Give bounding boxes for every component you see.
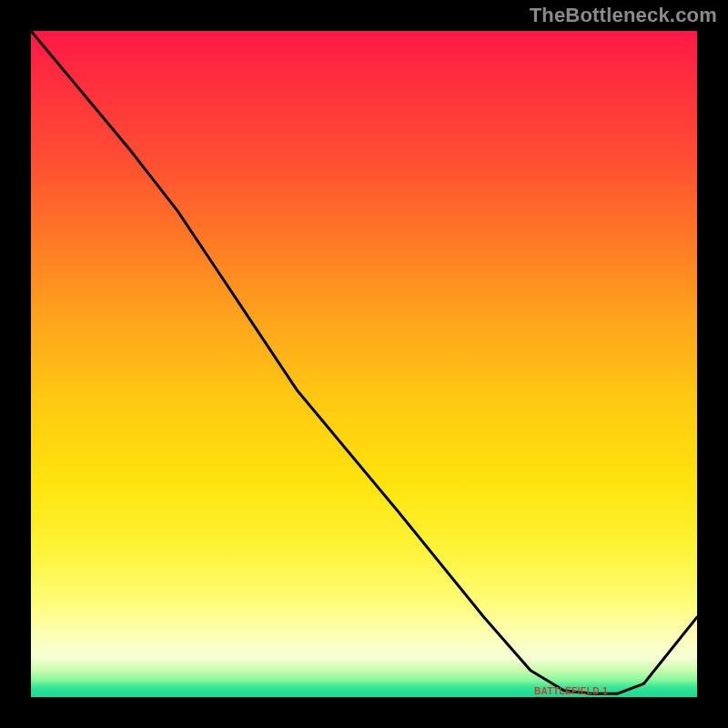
heatmap-background [31, 31, 697, 697]
watermark-text: TheBottleneck.com [530, 4, 717, 27]
chart-container: TheBottleneck.com BATTLEFIELD 1 [0, 0, 728, 728]
plot-area: BATTLEFIELD 1 [31, 31, 697, 697]
series-label: BATTLEFIELD 1 [534, 686, 608, 696]
